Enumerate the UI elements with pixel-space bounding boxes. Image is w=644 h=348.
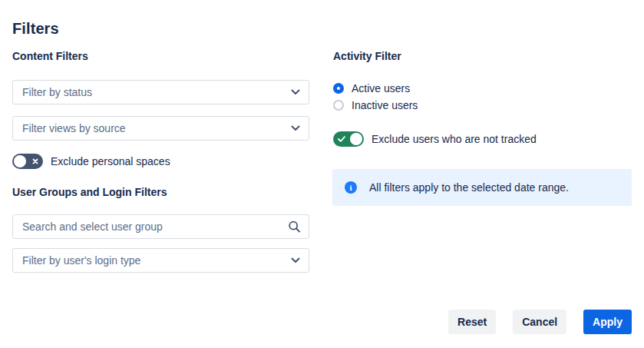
toggle-knob xyxy=(14,155,26,167)
info-banner: i All filters apply to the selected date… xyxy=(332,169,632,206)
login-type-dropdown[interactable]: Filter by user's login type xyxy=(12,248,309,273)
cancel-button[interactable]: Cancel xyxy=(513,310,566,334)
radio-label: Inactive users xyxy=(352,99,418,111)
chevron-down-icon xyxy=(291,89,300,95)
radio-selected-icon xyxy=(333,83,344,94)
page-title: Filters xyxy=(12,20,59,38)
user-group-search-wrapper xyxy=(12,214,309,239)
filters-panel: Filters Content Filters Filter by status… xyxy=(0,0,644,348)
search-icon xyxy=(288,220,301,234)
login-type-dropdown-placeholder: Filter by user's login type xyxy=(22,254,140,267)
status-dropdown[interactable]: Filter by status xyxy=(12,80,309,104)
radio-option-active-users[interactable]: Active users xyxy=(333,81,410,95)
content-filters-section-label: Content Filters xyxy=(12,50,88,62)
check-icon xyxy=(338,136,345,142)
chevron-down-icon xyxy=(291,257,300,263)
cross-icon xyxy=(32,158,38,164)
apply-button[interactable]: Apply xyxy=(583,310,632,334)
footer-actions: Reset Cancel Apply xyxy=(448,310,632,334)
personal-spaces-toggle-row: Exclude personal spaces xyxy=(12,154,170,169)
toggle-knob xyxy=(350,133,362,145)
reset-button[interactable]: Reset xyxy=(448,310,496,334)
personal-spaces-toggle-label: Exclude personal spaces xyxy=(51,155,170,167)
personal-spaces-toggle[interactable] xyxy=(12,154,43,169)
user-group-search-input[interactable] xyxy=(12,214,309,239)
source-dropdown[interactable]: Filter views by source xyxy=(12,116,309,141)
tracked-users-toggle-row: Exclude users who are not tracked xyxy=(333,131,537,147)
radio-label: Active users xyxy=(352,82,410,94)
radio-option-inactive-users[interactable]: Inactive users xyxy=(333,98,418,112)
info-icon: i xyxy=(345,181,357,194)
user-groups-section-label: User Groups and Login Filters xyxy=(12,186,167,198)
source-dropdown-placeholder: Filter views by source xyxy=(22,122,126,134)
tracked-users-toggle-label: Exclude users who are not tracked xyxy=(372,133,537,145)
activity-filter-section-label: Activity Filter xyxy=(333,50,401,62)
radio-unselected-icon xyxy=(333,100,344,111)
status-dropdown-placeholder: Filter by status xyxy=(22,86,92,98)
tracked-users-toggle[interactable] xyxy=(333,131,364,147)
chevron-down-icon xyxy=(291,125,300,131)
info-banner-text: All filters apply to the selected date r… xyxy=(369,181,569,194)
